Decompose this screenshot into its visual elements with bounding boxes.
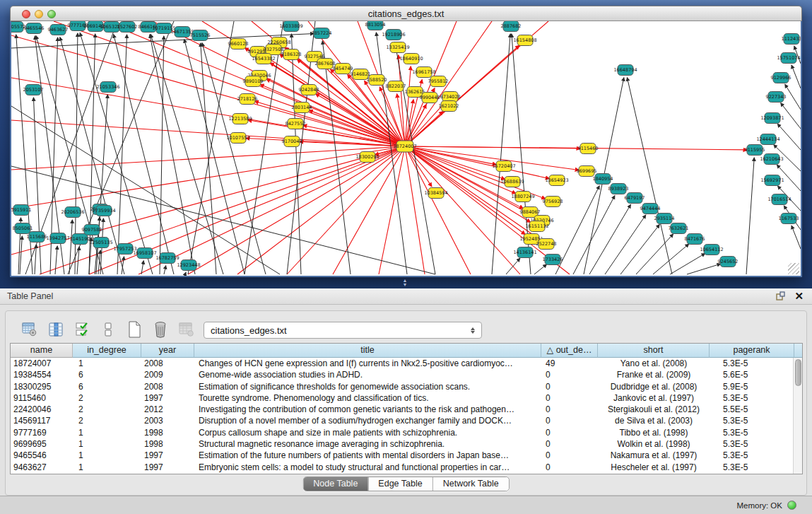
new-document-icon[interactable] <box>126 321 143 338</box>
table-cell[interactable]: 5.3E-5 <box>710 415 794 426</box>
tab-network-table[interactable]: Network Table <box>433 477 509 491</box>
graph-node[interactable]: 1167533 <box>779 214 799 224</box>
graph-node[interactable]: 7857224 <box>312 28 332 39</box>
graph-node[interactable]: 10688639 <box>500 177 524 187</box>
tab-edge-table[interactable]: Edge Table <box>367 477 432 491</box>
graph-node[interactable]: 8938923 <box>608 184 629 194</box>
graph-node[interactable]: 9465546 <box>24 23 45 34</box>
table-row[interactable]: 946362711997Embryonic stem cells: a mode… <box>11 462 793 473</box>
table-cell[interactable]: Jankovic et al. (1997) <box>598 392 710 404</box>
graph-node[interactable]: 16154808 <box>513 35 536 46</box>
table-cell[interactable]: 5.3E-5 <box>710 450 794 461</box>
table-cell[interactable]: 1 <box>73 450 141 461</box>
table-cell[interactable]: Disruption of a novel member of a sodium… <box>194 415 541 426</box>
graph-node[interactable]: 17016514 <box>767 194 791 205</box>
graph-node[interactable]: 9245652 <box>718 257 739 267</box>
table-cell[interactable]: 2008 <box>141 381 194 392</box>
graph-node[interactable]: 9990448 <box>420 93 440 103</box>
table-cell[interactable]: 2 <box>73 404 141 415</box>
table-row[interactable]: 1456911722003Disruption of a novel membe… <box>11 415 793 426</box>
graph-node[interactable]: 1588520 <box>367 75 387 86</box>
graph-node[interactable]: 9170043 <box>282 136 302 147</box>
table-cell[interactable]: 49 <box>541 358 598 369</box>
graph-node[interactable]: 7632621 <box>669 223 689 234</box>
graph-node[interactable]: 21053346 <box>96 82 119 93</box>
column-header-year[interactable]: year <box>141 344 194 358</box>
graph-node[interactable]: 15692971 <box>760 175 784 186</box>
column-header-out_de[interactable]: △ out_de… <box>541 344 598 358</box>
graph-node[interactable]: 16961758 <box>412 67 435 78</box>
table-cell[interactable]: 5.9E-5 <box>710 381 794 392</box>
table-cell[interactable]: Franke et al. (2009) <box>598 369 710 380</box>
table-cell[interactable]: 5.3E-5 <box>710 427 794 438</box>
table-cell[interactable]: 5.3E-5 <box>710 438 794 450</box>
graph-node[interactable]: 6479197 <box>625 193 645 204</box>
table-cell[interactable]: 22420046 <box>11 404 73 415</box>
table-cell[interactable]: Tourette syndrome. Phenomenology and cla… <box>194 392 541 404</box>
table-cell[interactable]: 9777169 <box>11 427 73 438</box>
table-cell[interactable]: 0 <box>541 450 598 461</box>
row-selection-icon[interactable] <box>73 321 90 338</box>
table-cell[interactable]: 1998 <box>141 438 194 450</box>
table-cell[interactable]: 6 <box>73 381 141 392</box>
table-settings-icon[interactable] <box>21 321 38 338</box>
graph-node[interactable]: 20206536 <box>61 207 84 218</box>
resize-grip[interactable] <box>788 263 799 274</box>
graph-node[interactable]: 8427552 <box>286 119 306 129</box>
graph-node[interactable]: 12444134 <box>756 134 779 145</box>
table-row[interactable]: 1938455462009Genome-wide association stu… <box>11 369 793 380</box>
table-selector-dropdown[interactable]: citations_edges.txt <box>204 322 482 339</box>
table-cell[interactable]: 9699695 <box>11 438 73 450</box>
graph-node[interactable]: 18640910 <box>399 54 423 64</box>
graph-node[interactable]: 2887682 <box>501 21 522 32</box>
table-cell[interactable]: 2 <box>73 415 141 426</box>
graph-node[interactable]: 15720407 <box>492 161 515 172</box>
graph-node[interactable]: 13942757 <box>46 233 69 244</box>
table-cell[interactable]: 18724007 <box>11 358 73 369</box>
table-cell[interactable]: 1 <box>73 462 141 473</box>
table-cell[interactable]: Estimation of the future numbers of pati… <box>194 450 541 461</box>
network-canvas[interactable]: 2505572 9465546 9463627 9777169 20691406… <box>10 21 802 277</box>
table-row[interactable]: 1872400712008Changes of HCN gene express… <box>11 358 793 369</box>
graph-node[interactable]: 14136141 <box>513 247 536 258</box>
table-cell[interactable]: 19384554 <box>11 369 73 380</box>
table-cell[interactable]: Stergiakouli et al. (2012) <box>598 404 710 415</box>
table-cell[interactable]: 2012 <box>141 404 194 415</box>
graph-node[interactable]: 2053107 <box>23 85 44 95</box>
graph-node[interactable]: 8186328 <box>281 49 302 60</box>
scrollbar-thumb[interactable] <box>795 359 801 386</box>
table-cell[interactable]: 0 <box>541 392 598 404</box>
table-cell[interactable]: 2003 <box>141 415 194 426</box>
graph-node[interactable]: 18724007 <box>393 141 416 152</box>
graph-node[interactable]: 1621022 <box>439 101 459 112</box>
graph-node[interactable]: 1840954 <box>593 174 613 185</box>
column-header-pagerank[interactable]: pagerank <box>710 344 794 358</box>
table-cell[interactable]: 9463627 <box>11 462 73 473</box>
table-cell[interactable]: 9115460 <box>11 392 73 404</box>
table-cell[interactable]: 2009 <box>141 369 194 380</box>
graph-node[interactable]: 16648794 <box>613 65 637 76</box>
table-cell[interactable]: de Silva et al. (2003) <box>598 415 710 426</box>
table-cell[interactable]: 1998 <box>141 427 194 438</box>
graph-node[interactable]: 1115686 <box>27 232 47 243</box>
graph-node[interactable]: 2935114 <box>654 214 675 224</box>
table-cell[interactable]: 0 <box>541 462 598 473</box>
table-cell[interactable]: Estimation of significance thresholds fo… <box>194 381 541 392</box>
table-row[interactable]: 911546021997Tourette syndrome. Phenomeno… <box>11 392 793 404</box>
graph-node[interactable]: 8813054 <box>365 21 386 30</box>
table-cell[interactable]: Nakamura et al. (1997) <box>598 450 710 461</box>
table-cell[interactable]: 0 <box>541 427 598 438</box>
table-cell[interactable]: 14569117 <box>11 415 73 426</box>
graph-node[interactable]: 8471676 <box>685 234 705 245</box>
table-cell[interactable]: 0 <box>541 381 598 392</box>
table-row[interactable]: 969969511998Structural magnetic resonanc… <box>11 438 793 450</box>
table-cell[interactable]: 5.3E-5 <box>710 462 794 473</box>
graph-node[interactable]: 1733426 <box>543 255 563 265</box>
table-row[interactable]: 2242004622012Investigating the contribut… <box>11 404 793 415</box>
table-cell[interactable]: Genome-wide association studies in ADHD. <box>194 369 541 380</box>
graph-node[interactable]: 9699695 <box>577 166 597 177</box>
table-cell[interactable]: Wolkin et al. (1998) <box>598 438 710 450</box>
graph-node[interactable]: 9474444 <box>640 204 661 214</box>
graph-node[interactable]: 16782759 <box>155 253 179 264</box>
table-cell[interactable]: 5.3E-5 <box>710 358 794 369</box>
